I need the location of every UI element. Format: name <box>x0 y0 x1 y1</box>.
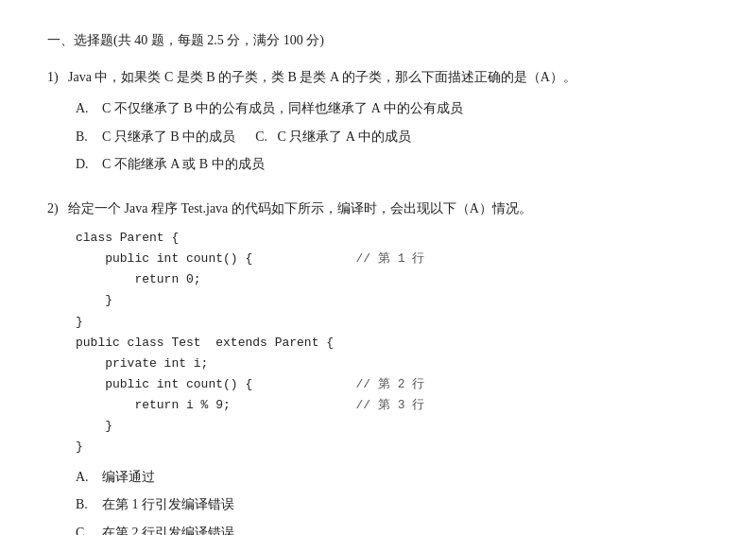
option-1-d: D. C 不能继承 A 或 B 中的成员 <box>76 152 709 176</box>
option-1-a-text: C 不仅继承了 B 中的公有成员，同样也继承了 A 中的公有成员 <box>102 96 709 120</box>
option-1-b-label: B. <box>76 125 102 148</box>
section-title: 一、选择题(共 40 题，每题 2.5 分，满分 100 分) <box>47 28 709 52</box>
question-2: 2) 给定一个 Java 程序 Test.java 的代码如下所示，编译时，会出… <box>47 197 709 535</box>
exam-container: 一、选择题(共 40 题，每题 2.5 分，满分 100 分) 1) Java … <box>47 28 709 535</box>
question-2-text: 给定一个 Java 程序 Test.java 的代码如下所示，编译时，会出现以下… <box>68 197 709 220</box>
option-2-b-label: B. <box>76 492 102 516</box>
option-2-a-text: 编译通过 <box>102 465 709 489</box>
question-2-code: class Parent { public int count() { // 第… <box>76 228 709 457</box>
option-1-b-text: C 只继承了 B 中的成员 C. C 只继承了 A 中的成员 <box>102 125 709 148</box>
question-1-num: 1) <box>47 65 68 89</box>
option-1-b: B. C 只继承了 B 中的成员 C. C 只继承了 A 中的成员 <box>76 125 709 148</box>
question-1: 1) Java 中，如果类 C 是类 B 的子类，类 B 是类 A 的子类，那么… <box>47 65 709 176</box>
option-2-a-label: A. <box>76 465 102 489</box>
option-2-a: A. 编译通过 <box>76 465 709 489</box>
question-2-options: A. 编译通过 B. 在第 1 行引发编译错误 C. 在第 2 行引发编译错误 … <box>76 465 709 535</box>
option-2-c-text: 在第 2 行引发编译错误 <box>102 521 709 535</box>
option-1-d-text: C 不能继承 A 或 B 中的成员 <box>102 152 709 176</box>
option-2-b: B. 在第 1 行引发编译错误 <box>76 492 709 516</box>
option-1-a: A. C 不仅继承了 B 中的公有成员，同样也继承了 A 中的公有成员 <box>76 96 709 120</box>
question-1-options: A. C 不仅继承了 B 中的公有成员，同样也继承了 A 中的公有成员 B. C… <box>76 96 709 176</box>
question-2-num: 2) <box>47 197 68 220</box>
option-1-a-label: A. <box>76 96 102 120</box>
option-1-d-label: D. <box>76 152 102 176</box>
option-2-c: C. 在第 2 行引发编译错误 <box>76 521 709 535</box>
option-2-c-label: C. <box>76 521 102 535</box>
question-1-text: Java 中，如果类 C 是类 B 的子类，类 B 是类 A 的子类，那么下面描… <box>68 65 709 89</box>
option-2-b-text: 在第 1 行引发编译错误 <box>102 492 709 516</box>
